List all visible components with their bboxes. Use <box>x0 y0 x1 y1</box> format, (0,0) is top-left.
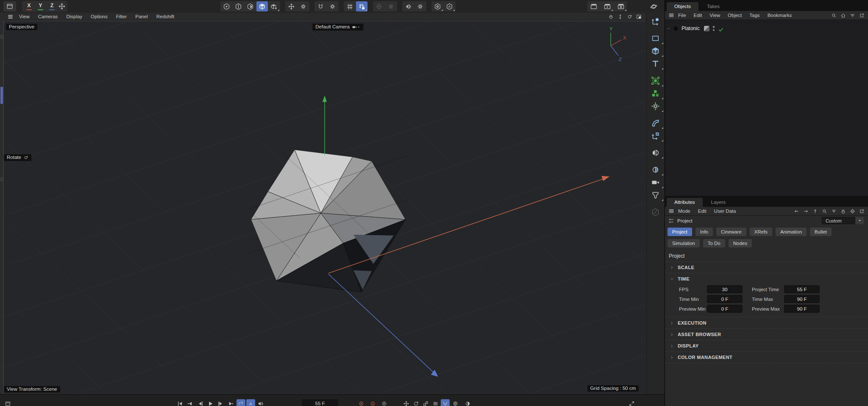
field-value-preview-min[interactable]: 0 F <box>707 305 743 313</box>
field-value-project-time[interactable]: 55 F <box>784 285 820 293</box>
render-view-button[interactable] <box>587 1 600 11</box>
viewport-hand-button[interactable] <box>608 14 614 19</box>
texture-mode-button[interactable] <box>268 1 280 11</box>
timeline-option-2-button[interactable] <box>463 399 472 406</box>
objects-menu-view[interactable]: View <box>706 13 724 18</box>
viewport-orbit-button[interactable] <box>627 14 632 19</box>
edges-mode-button[interactable] <box>233 1 244 11</box>
attribute-tab-nodes[interactable]: Nodes <box>729 239 752 247</box>
field-value-preview-max[interactable]: 90 F <box>784 305 820 313</box>
section-header[interactable]: SCALE <box>665 262 868 273</box>
objects-menu-object[interactable]: Object <box>724 13 746 18</box>
axis-settings-button[interactable] <box>298 1 309 11</box>
record-rotation-button[interactable] <box>412 399 420 406</box>
expand-timeline-button[interactable] <box>627 399 636 406</box>
quantize-toggle-button[interactable] <box>344 1 356 11</box>
prev-frame-button[interactable] <box>196 399 205 406</box>
quantize-settings-button[interactable] <box>356 1 367 11</box>
attributes-menu-mode[interactable]: Mode <box>674 209 694 214</box>
axis-lock-all-button[interactable] <box>58 3 66 10</box>
attribute-tab-to-do[interactable]: To Do <box>703 239 725 247</box>
objects-menu-file[interactable]: File <box>674 13 690 18</box>
viewport-menu-cameras[interactable]: Cameras <box>34 14 62 19</box>
viewport-canvas[interactable]: Perspective Default Camera Rotate View T… <box>3 21 646 394</box>
axis-lock-y[interactable]: Y <box>35 1 46 11</box>
attributes-arrow-right-button[interactable] <box>803 209 809 214</box>
preset-value[interactable]: Custom <box>822 217 855 224</box>
record-pla-button[interactable] <box>441 399 450 406</box>
preset-dropdown-arrow[interactable] <box>856 217 864 224</box>
play-sound-button[interactable] <box>256 399 265 406</box>
locked-tool-button[interactable] <box>648 206 664 218</box>
attributes-tab-layers[interactable]: Layers <box>704 198 734 207</box>
deformer-object-button[interactable] <box>648 117 664 129</box>
axis-lock-z[interactable]: Z <box>47 1 57 11</box>
attribute-tab-simulation[interactable]: Simulation <box>668 239 700 247</box>
timeline-panel-button[interactable] <box>3 399 12 406</box>
attribute-tab-project[interactable]: Project <box>668 228 692 236</box>
workspace-button[interactable] <box>3 1 16 11</box>
viewport-menu-icon[interactable] <box>6 13 15 20</box>
section-header[interactable]: ASSET BROWSER <box>665 329 868 340</box>
field-value-time-max[interactable]: 90 F <box>784 295 820 303</box>
objects-home-button[interactable] <box>840 13 846 18</box>
strip-segment[interactable] <box>0 177 3 181</box>
record-scale-button[interactable] <box>421 399 430 406</box>
attributes-search-button[interactable] <box>822 209 827 214</box>
attributes-menu-user-data[interactable]: User Data <box>710 209 740 214</box>
attributes-arrow-left-button[interactable] <box>794 209 799 214</box>
strip-segment[interactable] <box>0 35 3 39</box>
objects-tab-objects[interactable]: Objects <box>667 2 698 11</box>
object-row-platonic[interactable]: Platonic <box>665 24 868 33</box>
enabled-check-icon[interactable] <box>718 25 724 31</box>
axis-lock-x[interactable]: X <box>24 1 34 11</box>
attributes-tab-attributes[interactable]: Attributes <box>667 198 703 207</box>
record-parameters-button[interactable] <box>431 399 440 406</box>
symmetry-toggle-button[interactable] <box>403 1 414 11</box>
enable-axis-modification-button[interactable] <box>286 1 297 11</box>
snap-toggle-button[interactable] <box>315 1 326 11</box>
section-header[interactable]: TIME <box>665 273 868 284</box>
attributes-lock-button[interactable] <box>840 209 846 214</box>
objects-share-button[interactable] <box>859 13 865 18</box>
viewport-dolly-button[interactable] <box>618 14 623 19</box>
primitive-object-button[interactable] <box>648 44 664 57</box>
points-mode-button[interactable] <box>221 1 232 11</box>
objects-menu-bookmarks[interactable]: Bookmarks <box>764 13 796 18</box>
team-render-button[interactable] <box>648 1 659 11</box>
attribute-tab-cineware[interactable]: Cineware <box>716 228 746 236</box>
attributes-menu-edit[interactable]: Edit <box>694 209 710 214</box>
loop-playback-button[interactable] <box>236 399 245 406</box>
attribute-tab-info[interactable]: Info <box>696 228 713 236</box>
effector-object-button[interactable] <box>648 100 664 112</box>
snap-settings-button[interactable] <box>327 1 338 11</box>
view-label[interactable]: Perspective <box>6 24 37 30</box>
timeline-option-1-button[interactable] <box>451 399 460 406</box>
strip-segment-active[interactable] <box>0 87 3 104</box>
field-value-fps[interactable]: 30 <box>707 285 743 293</box>
camera-object-button[interactable] <box>648 176 664 189</box>
object-tree[interactable]: Platonic <box>665 24 868 200</box>
skip-start-button[interactable] <box>175 399 184 406</box>
generator-object-button[interactable] <box>648 129 664 142</box>
play-button[interactable] <box>206 399 215 406</box>
scene-object-button[interactable] <box>648 189 664 201</box>
attribute-tab-bullet[interactable]: Bullet <box>810 228 832 236</box>
editor-visibility-toggle[interactable] <box>704 26 709 31</box>
section-header[interactable]: COLOR MANAGEMENT <box>665 352 868 363</box>
render-picture-viewer-button[interactable] <box>601 1 613 11</box>
objects-filter-button[interactable] <box>850 13 855 18</box>
objects-search-button[interactable] <box>831 13 837 18</box>
tweak-mode-button[interactable] <box>648 15 664 28</box>
current-frame-field[interactable]: 55 F <box>302 399 338 406</box>
viewport-maximize-button[interactable] <box>636 14 642 19</box>
model-mode-button[interactable] <box>256 1 268 11</box>
menu-icon-button[interactable] <box>668 12 674 18</box>
keyframe-selection-settings-button[interactable] <box>380 399 389 406</box>
menu-icon-button[interactable] <box>668 208 674 214</box>
record-position-button[interactable] <box>402 399 411 406</box>
attributes-share-button[interactable] <box>859 209 865 214</box>
scene-3d[interactable] <box>4 21 645 394</box>
prev-key-button[interactable] <box>186 399 195 406</box>
viewport-menu-filter[interactable]: Filter <box>112 14 131 19</box>
